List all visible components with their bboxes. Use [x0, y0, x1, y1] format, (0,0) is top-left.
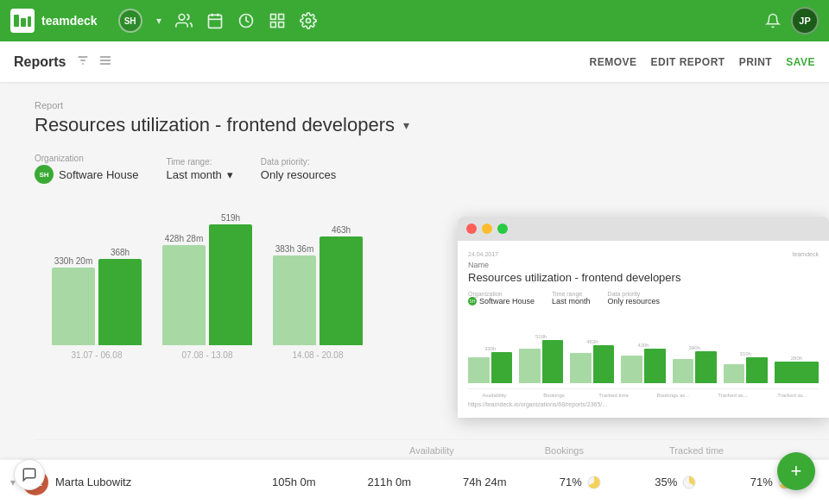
nav-clock-icon[interactable]	[237, 12, 255, 29]
top-navigation: teamdeck SH ▾ JP	[0, 0, 829, 41]
mini-col-3: Tracked time	[587, 393, 640, 398]
col-availability-header: Availability	[365, 445, 497, 456]
mini-column-labels: Availability Bookings Tracked time Booki…	[468, 388, 819, 398]
filters-row: Organization SH Software House Time rang…	[35, 154, 794, 184]
svg-rect-11	[270, 22, 275, 28]
bar-light-1	[52, 268, 95, 345]
bar-label-2: 07.08 - 13.08	[182, 350, 233, 360]
save-button[interactable]: SAVE	[786, 56, 815, 68]
mini-date-right: teamdeck	[793, 251, 819, 257]
data-priority-value: Only resources	[261, 168, 336, 181]
mini-col-1: Availability	[468, 393, 521, 398]
bar-light-2	[162, 245, 206, 345]
mini-bar-group-5: 390h	[673, 345, 717, 383]
bar-value-1b: 368h	[98, 248, 142, 257]
availability-cell: 105h 0m	[246, 476, 342, 488]
data-priority-filter: Data priority: Only resources	[261, 157, 336, 181]
mini-bar-pair-5	[673, 351, 717, 383]
nav-calendar-icon[interactable]	[206, 12, 224, 29]
percent-cell-2: 35%	[628, 476, 724, 489]
nav-reports-icon[interactable]	[269, 12, 286, 29]
org-avatar: SH	[35, 165, 54, 184]
mini-col-4: Bookings as...	[647, 393, 699, 398]
report-label: Report	[35, 100, 794, 110]
nav-chevron-icon[interactable]: ▾	[156, 15, 161, 27]
tracked-time-cell: 74h 24m	[437, 476, 533, 488]
time-range-dropdown-icon: ▾	[227, 168, 233, 181]
time-range-value[interactable]: Last month ▾	[167, 168, 233, 181]
bar-label-1: 31.07 - 06.08	[72, 350, 123, 360]
bar-value-3b: 463h	[320, 225, 363, 235]
reports-page-title: Reports	[14, 54, 66, 70]
time-range-label: Time range:	[167, 157, 233, 167]
edit-report-button[interactable]: EDIT REPORT	[651, 56, 725, 68]
user-avatar-small[interactable]: SH	[118, 9, 142, 33]
nav-settings-icon[interactable]	[300, 12, 317, 29]
org-filter-value: SH Software House	[35, 165, 139, 184]
list-icon[interactable]	[98, 54, 112, 71]
filter-icon[interactable]	[76, 54, 90, 71]
remove-button[interactable]: REMOVE	[590, 56, 637, 68]
bar-label-3: 14.08 - 20.08	[293, 350, 344, 360]
mini-bar-pair-7	[775, 362, 819, 383]
mini-bar-group-4: 420h	[621, 343, 665, 383]
sub-header-icons	[76, 54, 112, 71]
print-button[interactable]: PRINT	[739, 56, 773, 68]
notification-bell-icon[interactable]	[765, 13, 781, 28]
col-tracked-header: Tracked time	[630, 445, 763, 456]
mini-col-2: Bookings	[528, 393, 580, 398]
modal-close-button[interactable]	[466, 224, 477, 234]
modal-body: 24.04.2017 teamdeck Name Resources utili…	[458, 241, 829, 418]
mini-filters: Organization SH Software House Time rang…	[468, 291, 819, 306]
mini-time-filter: Time range Last month	[552, 291, 591, 306]
mini-bar-pair-4	[621, 349, 665, 383]
svg-rect-2	[28, 16, 31, 27]
mini-col-6: Tracked as...	[766, 393, 819, 398]
bar-dark-3	[320, 236, 363, 345]
svg-rect-10	[278, 15, 283, 20]
preview-modal: 24.04.2017 teamdeck Name Resources utili…	[458, 217, 829, 418]
mini-url: https://teamdeck.io/organizations/68/rep…	[468, 401, 819, 407]
mini-bar-group-1: 330h	[468, 346, 512, 383]
mini-bar-pair-3	[570, 345, 614, 383]
bar-value-1a: 330h 20m	[52, 256, 95, 266]
logo-text: teamdeck	[41, 14, 98, 28]
mini-bar-group-3: 463h	[570, 339, 614, 383]
bar-group-1: 330h 20m 368h 31.07 - 06.08	[52, 248, 142, 360]
mini-bar-pair-2	[519, 340, 563, 383]
report-title: Resources utilization - frontend develop…	[35, 114, 395, 136]
main-content: Report Resources utilization - frontend …	[0, 83, 829, 504]
add-fab-button[interactable]: +	[777, 452, 815, 490]
svg-rect-12	[278, 22, 283, 28]
mini-chart: 330h 519h 463h	[468, 314, 819, 383]
logo[interactable]: teamdeck	[10, 9, 98, 33]
bar-dark-2	[209, 224, 252, 345]
report-title-dropdown-icon[interactable]: ▾	[403, 118, 409, 132]
chat-widget-button[interactable]	[14, 459, 45, 490]
mini-report: 24.04.2017 teamdeck Name Resources utili…	[468, 251, 819, 407]
report-title-row: Resources utilization - frontend develop…	[35, 114, 794, 136]
bookings-cell: 211h 0m	[342, 476, 438, 488]
mini-report-label: Name	[468, 261, 819, 269]
modal-titlebar	[458, 217, 829, 241]
mini-col-5: Tracked as...	[706, 393, 759, 398]
nav-right-area: JP	[765, 7, 819, 35]
mini-bar-pair-1	[468, 352, 512, 383]
time-range-filter: Time range: Last month ▾	[167, 157, 233, 181]
mini-report-name: Resources utilization - frontend develop…	[468, 271, 819, 284]
col-bookings-header: Bookings	[498, 445, 630, 456]
mini-org-filter: Organization SH Software House	[468, 291, 535, 306]
modal-minimize-button[interactable]	[482, 224, 492, 234]
col-spacer	[35, 445, 365, 456]
bar-light-3	[273, 255, 316, 345]
nav-contacts-icon[interactable]	[175, 12, 193, 29]
svg-point-13	[306, 19, 310, 23]
pie-chart-icon-2	[682, 476, 696, 489]
mini-bar-group-2: 519h	[519, 334, 563, 383]
bar-value-2b: 519h	[209, 213, 252, 223]
svg-rect-0	[14, 15, 19, 27]
mini-data-filter: Data priority Only resources	[608, 291, 661, 306]
svg-point-3	[179, 15, 185, 21]
modal-maximize-button[interactable]	[497, 224, 508, 234]
user-avatar-right[interactable]: JP	[791, 7, 819, 35]
